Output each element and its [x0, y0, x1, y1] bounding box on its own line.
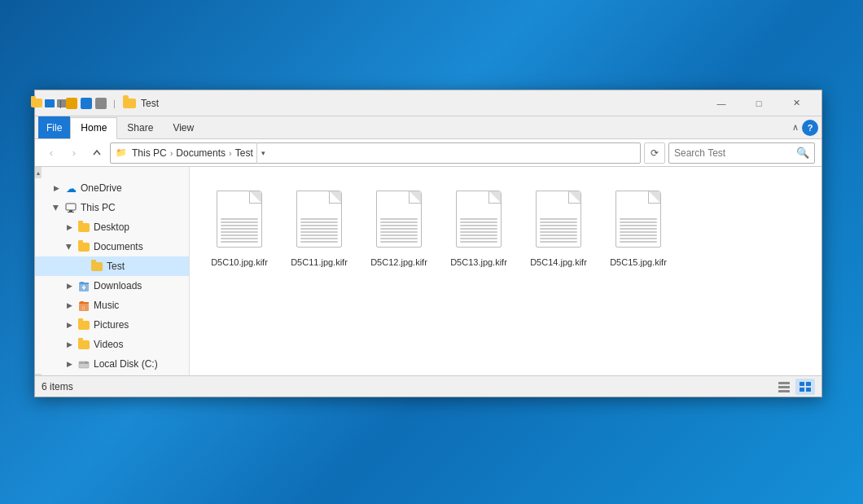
- minimize-button[interactable]: —: [703, 90, 740, 116]
- file-icon-container: [451, 186, 506, 252]
- search-icon[interactable]: 🔍: [796, 147, 809, 159]
- sidebar-label-downloads: Downloads: [94, 280, 142, 291]
- file-name: D5C12.jpg.kifr: [370, 256, 427, 268]
- file-item[interactable]: D5C13.jpg.kifr: [442, 180, 515, 274]
- sidebar-item-test[interactable]: Test: [35, 256, 189, 276]
- tab-share[interactable]: Share: [117, 116, 163, 138]
- document-icon: [615, 191, 661, 248]
- sidebar-scroll-up[interactable]: ▲: [35, 167, 42, 178]
- expand-arrow-pictures: ▶: [64, 320, 74, 330]
- expand-arrow-test: [77, 261, 87, 271]
- help-button[interactable]: ?: [802, 120, 818, 136]
- title-bar-icon: [42, 96, 56, 111]
- address-path[interactable]: 📁 This PC › Documents › Test ▾: [110, 142, 641, 164]
- maximize-button[interactable]: □: [740, 90, 778, 116]
- close-button[interactable]: ✕: [778, 90, 815, 116]
- ribbon-chevron: ∧ ?: [792, 120, 818, 136]
- search-input[interactable]: [674, 147, 796, 159]
- address-bar: ‹ › 📁 This PC › Documents › Test ▾ ⟳ 🔍: [35, 139, 821, 167]
- sidebar-item-thispc[interactable]: ▶ This PC: [35, 198, 189, 217]
- file-name: D5C10.jpg.kifr: [211, 256, 268, 268]
- file-item[interactable]: D5C12.jpg.kifr: [362, 180, 436, 274]
- svg-rect-15: [799, 388, 804, 392]
- sidebar-item-pictures[interactable]: ▶ Pictures: [35, 315, 189, 335]
- expand-arrow-localdisk: ▶: [64, 359, 74, 369]
- desktop-folder-icon: [77, 221, 90, 234]
- address-dropdown-btn[interactable]: ▾: [256, 142, 269, 164]
- sidebar-item-desktop[interactable]: ▶ Desktop: [35, 217, 189, 237]
- file-icon-container: [611, 186, 666, 252]
- file-item[interactable]: D5C11.jpg.kifr: [283, 180, 356, 274]
- view-tile-button[interactable]: [795, 379, 815, 395]
- sidebar-item-videos[interactable]: ▶ Videos: [35, 335, 189, 354]
- ribbon-tabs: File Home Share View ∧ ?: [35, 116, 821, 139]
- sidebar-label-videos: Videos: [94, 339, 123, 350]
- file-item[interactable]: D5C10.jpg.kifr: [203, 180, 276, 274]
- up-button[interactable]: [87, 143, 107, 163]
- breadcrumb-thispc[interactable]: This PC: [132, 147, 167, 159]
- item-count: 6 items: [42, 381, 73, 392]
- localdisk-icon: [77, 357, 90, 370]
- file-icon-container: [212, 186, 267, 252]
- file-icon-container: [371, 186, 427, 252]
- sidebar: ▲ ▶ ☁ OneDrive ▶ This PC ▶: [35, 167, 190, 375]
- downloads-folder-icon: [77, 279, 90, 292]
- expand-arrow-thispc: ▶: [51, 203, 61, 213]
- sidebar-scroll-down[interactable]: ▼: [35, 374, 42, 375]
- tab-view[interactable]: View: [163, 116, 204, 138]
- sidebar-label-test: Test: [107, 261, 125, 272]
- breadcrumb-documents[interactable]: Documents: [176, 147, 226, 159]
- breadcrumb-test[interactable]: Test: [235, 147, 253, 159]
- file-name: D5C13.jpg.kifr: [450, 256, 507, 268]
- pictures-folder-icon: [77, 318, 90, 331]
- file-icon-container: [531, 186, 586, 252]
- view-toggles: [774, 379, 815, 395]
- title-folder-icon: [123, 99, 136, 108]
- svg-rect-8: [79, 362, 89, 364]
- file-item[interactable]: D5C15.jpg.kifr: [602, 180, 675, 274]
- document-icon: [296, 191, 342, 248]
- svg-point-9: [85, 362, 87, 364]
- up-arrow-icon: [92, 148, 102, 158]
- file-name: D5C14.jpg.kifr: [530, 256, 587, 268]
- ribbon-collapse-btn[interactable]: ∧: [792, 122, 799, 133]
- search-box[interactable]: 🔍: [668, 142, 815, 164]
- sidebar-item-localdisk[interactable]: ▶ Local Disk (C:): [35, 354, 189, 374]
- svg-rect-12: [778, 390, 790, 392]
- sidebar-label-localdisk: Local Disk (C:): [94, 358, 158, 370]
- forward-button[interactable]: ›: [64, 143, 84, 163]
- onedrive-icon: ☁: [64, 182, 77, 195]
- sidebar-label-music: Music: [94, 300, 119, 311]
- videos-folder-icon: [77, 338, 90, 351]
- expand-arrow-music: ▶: [64, 300, 74, 310]
- sidebar-label-onedrive: OneDrive: [81, 182, 122, 194]
- sidebar-item-downloads[interactable]: ▶ Downloads: [35, 276, 189, 296]
- file-item[interactable]: D5C14.jpg.kifr: [522, 180, 595, 274]
- svg-rect-0: [66, 204, 76, 210]
- sidebar-item-music[interactable]: ▶ ♫ Music: [35, 296, 189, 315]
- computer-icon: [64, 201, 77, 214]
- status-bar: 6 items: [35, 375, 821, 397]
- expand-arrow-desktop: ▶: [64, 222, 74, 232]
- file-area: D5C10.jpg.kifr D5C11.jpg.kifr D5C12.jpg.…: [190, 167, 821, 375]
- svg-rect-16: [806, 388, 811, 392]
- sidebar-label-desktop: Desktop: [94, 221, 129, 233]
- sidebar-item-onedrive[interactable]: ▶ ☁ OneDrive: [35, 178, 189, 198]
- breadcrumb-folder-icon: 📁: [116, 147, 127, 158]
- expand-arrow-documents: ▶: [64, 242, 74, 252]
- document-icon: [456, 191, 502, 248]
- tab-file[interactable]: File: [38, 116, 70, 138]
- title-bar: | | Test — □ ✕: [35, 90, 821, 116]
- sidebar-label-pictures: Pictures: [94, 319, 129, 331]
- music-folder-icon: ♫: [77, 299, 90, 312]
- file-name: D5C15.jpg.kifr: [610, 256, 667, 268]
- tab-home[interactable]: Home: [70, 117, 117, 139]
- refresh-button[interactable]: ⟳: [644, 142, 665, 164]
- sidebar-item-documents[interactable]: ▶ Documents: [35, 237, 189, 256]
- back-button[interactable]: ‹: [42, 143, 61, 163]
- expand-arrow-downloads: ▶: [64, 281, 74, 291]
- expand-arrow-onedrive: ▶: [51, 183, 61, 193]
- tile-view-icon: [799, 381, 812, 392]
- view-list-button[interactable]: [774, 379, 794, 395]
- list-view-icon: [778, 381, 791, 392]
